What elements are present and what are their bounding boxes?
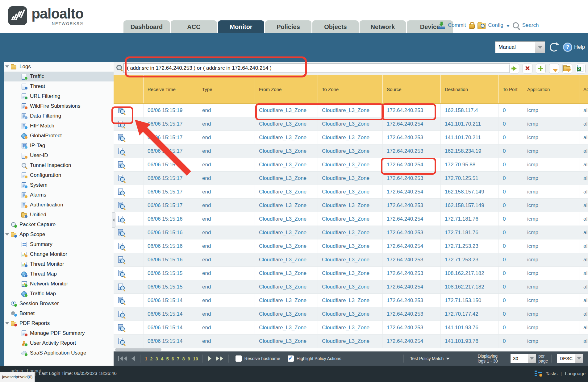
sidebar-item-system[interactable]: System	[4, 180, 114, 190]
cell-destination[interactable]: 108.162.217.182	[441, 280, 499, 293]
cell-action[interactable]: allow	[579, 307, 588, 321]
column-header-action[interactable]: Action	[579, 75, 588, 103]
cell-to_zone[interactable]: Cloudflare_L3_Zone	[318, 199, 383, 212]
cell-type[interactable]: end	[198, 131, 255, 144]
cell-application[interactable]: icmp	[523, 117, 579, 131]
tab-monitor[interactable]: Monitor	[218, 20, 264, 33]
page-number-3[interactable]: 3	[156, 356, 158, 361]
page-number-8[interactable]: 8	[182, 356, 185, 361]
cell-application[interactable]: icmp	[523, 226, 579, 239]
per-page-dropdown-button[interactable]	[528, 354, 536, 363]
cell-from_zone[interactable]: Cloudflare_L3_Zone	[255, 334, 318, 348]
cell-destination[interactable]: 141.101.93.76	[441, 321, 499, 334]
cell-application[interactable]: icmp	[523, 334, 579, 348]
cell-application[interactable]: icmp	[523, 253, 579, 266]
cell-destination[interactable]: 162.158.157.149	[441, 185, 499, 198]
log-detail-icon[interactable]	[118, 283, 125, 291]
apply-filter-icon[interactable]	[509, 64, 519, 73]
column-header-receive_time[interactable]: Receive Time	[144, 75, 198, 103]
cell-destination[interactable]: 172.70.125.51	[441, 172, 499, 185]
cell-to_zone[interactable]: Cloudflare_L3_Zone	[318, 212, 383, 226]
cell-application[interactable]: icmp	[523, 294, 579, 307]
sidebar-item-app-scope[interactable]: App Scope	[4, 230, 114, 239]
cell-to_zone[interactable]: Cloudflare_L3_Zone	[318, 321, 383, 334]
log-detail-icon[interactable]	[118, 256, 125, 264]
page-number-5[interactable]: 5	[166, 356, 169, 361]
sidebar-item-pdf-reports[interactable]: PDF Reports	[4, 318, 114, 328]
filter-query-input[interactable]	[123, 63, 510, 73]
column-header-to_port[interactable]: To Port	[499, 75, 523, 103]
cell-type[interactable]: end	[198, 307, 255, 321]
cell-source[interactable]: 172.64.240.254	[383, 239, 441, 253]
page-number-1[interactable]: 1	[145, 356, 147, 361]
cell-receive_time[interactable]: 06/06 15:15:15	[144, 267, 198, 280]
sidebar-item-data-filtering[interactable]: Data Filtering	[4, 111, 114, 121]
cell-from_zone[interactable]: Cloudflare_L3_Zone	[255, 226, 318, 239]
cell-receive_time[interactable]: 06/06 15:15:17	[144, 117, 198, 131]
sidebar-item-configuration[interactable]: Configuration	[4, 170, 114, 180]
log-detail-icon[interactable]	[118, 175, 125, 182]
cell-to_port[interactable]: 0	[499, 131, 523, 144]
cell-receive_time[interactable]: 06/06 15:15:17	[144, 185, 198, 198]
language-button[interactable]: Language	[565, 371, 586, 376]
log-detail-icon[interactable]	[118, 338, 125, 345]
search-button[interactable]: Search	[522, 22, 539, 28]
sidebar-item-traffic[interactable]: Traffic	[4, 72, 114, 81]
previous-page-button[interactable]	[131, 356, 135, 361]
cell-source[interactable]: 172.64.240.253	[383, 253, 441, 266]
cell-destination[interactable]: 141.101.70.211	[441, 131, 499, 144]
refresh-interval-select[interactable]: Manual	[495, 41, 545, 53]
cell-type[interactable]: end	[198, 226, 255, 239]
tasks-button[interactable]: Tasks	[546, 371, 557, 376]
cell-source[interactable]: 172.64.240.254	[383, 280, 441, 293]
cell-to_zone[interactable]: Cloudflare_L3_Zone	[318, 267, 383, 280]
cell-source[interactable]: 172.64.240.254	[383, 185, 441, 198]
cell-to_port[interactable]: 0	[499, 267, 523, 280]
cell-type[interactable]: end	[198, 294, 255, 307]
cell-action[interactable]: allow	[579, 131, 588, 144]
cell-receive_time[interactable]: 06/06 15:15:17	[144, 131, 198, 144]
cell-to_port[interactable]: 0	[499, 172, 523, 185]
tab-policies[interactable]: Policies	[265, 20, 311, 33]
column-header-application[interactable]: Application	[523, 75, 579, 103]
cell-action[interactable]: allow	[579, 334, 588, 348]
cell-type[interactable]: end	[198, 185, 255, 198]
cell-receive_time[interactable]: 06/06 15:15:17	[144, 158, 198, 171]
cell-to_zone[interactable]: Cloudflare_L3_Zone	[318, 185, 383, 198]
cell-to_port[interactable]: 0	[499, 185, 523, 198]
clear-filter-icon[interactable]	[523, 64, 532, 73]
cell-type[interactable]: end	[198, 321, 255, 334]
cell-application[interactable]: icmp	[523, 158, 579, 171]
cell-application[interactable]: icmp	[523, 267, 579, 280]
resolve-hostname-toggle[interactable]: Resolve hostname	[236, 355, 280, 362]
cell-to_zone[interactable]: Cloudflare_L3_Zone	[318, 172, 383, 185]
cell-action[interactable]: allow	[579, 321, 588, 334]
cell-receive_time[interactable]: 06/06 15:15:17	[144, 172, 198, 185]
cell-type[interactable]: end	[198, 172, 255, 185]
log-detail-icon[interactable]	[118, 120, 125, 128]
cell-source[interactable]: 172.64.240.253	[383, 144, 441, 158]
cell-application[interactable]: icmp	[523, 321, 579, 334]
sidebar-item-tunnel-inspection[interactable]: Tunnel Inspection	[4, 160, 114, 170]
cell-to_zone[interactable]: Cloudflare_L3_Zone	[318, 307, 383, 321]
cell-receive_time[interactable]: 06/06 15:15:19	[144, 104, 198, 117]
cell-to_port[interactable]: 0	[499, 117, 523, 131]
cell-type[interactable]: end	[198, 158, 255, 171]
cell-action[interactable]: allow	[579, 253, 588, 266]
cell-action[interactable]: allow	[579, 239, 588, 253]
sidebar-item-url-filtering[interactable]: URL Filtering	[4, 91, 114, 101]
test-policy-match-button[interactable]: Test Policy Match	[410, 356, 450, 361]
cell-source[interactable]: 172.64.240.253	[383, 172, 441, 185]
highlight-policy-checkbox[interactable]	[288, 355, 294, 362]
cell-destination[interactable]: 162.158.157.149	[441, 199, 499, 212]
log-detail-icon[interactable]	[118, 297, 125, 304]
sidebar-item-globalprotect[interactable]: GlobalProtect	[4, 131, 114, 141]
cell-action[interactable]: allow	[579, 226, 588, 239]
cell-source[interactable]: 172.64.240.254	[383, 158, 441, 171]
cell-type[interactable]: end	[198, 199, 255, 212]
cell-to_zone[interactable]: Cloudflare_L3_Zone	[318, 334, 383, 348]
cell-type[interactable]: end	[198, 117, 255, 131]
tab-objects[interactable]: Objects	[312, 20, 359, 33]
cell-source[interactable]: 172.64.240.253	[383, 131, 441, 144]
cell-source[interactable]: 172.64.240.254	[383, 334, 441, 348]
